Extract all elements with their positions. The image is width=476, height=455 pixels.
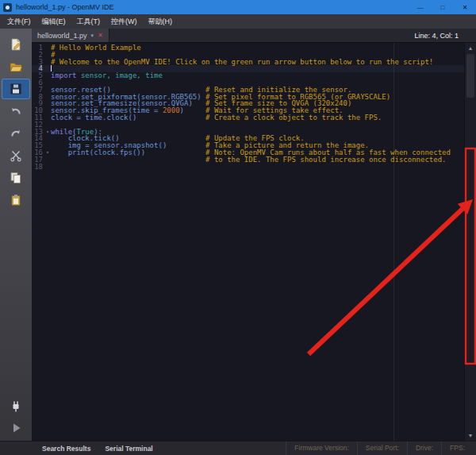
app-icon <box>3 3 12 12</box>
tab-dropdown-icon[interactable]: ▾ <box>91 33 94 39</box>
code-text: import sensor, image, time <box>51 72 163 79</box>
minimize-button[interactable]: — <box>409 0 432 14</box>
redo-icon[interactable] <box>2 123 30 144</box>
fold-gutter <box>44 44 51 52</box>
new-file-icon[interactable] <box>2 34 30 55</box>
text-caret <box>51 65 52 71</box>
code-text: # Hello World Example <box>51 44 141 52</box>
fold-gutter <box>44 65 51 72</box>
fold-gutter <box>44 114 51 121</box>
titlebar: helloworld_1.py - OpenMV IDE — □ ✕ <box>0 0 476 14</box>
tab-close-icon[interactable]: ✕ <box>98 32 103 39</box>
fold-gutter <box>44 94 51 101</box>
tabbar: helloworld_1.py ▾ ✕ Line: 4, Col: 1 <box>32 29 476 43</box>
status-field-3: Drive: <box>407 442 441 455</box>
status-field-2: Serial Port: <box>357 442 407 455</box>
run-icon[interactable] <box>2 418 30 438</box>
vertical-scrollbar[interactable]: ▲ ▼ <box>464 43 476 441</box>
fold-gutter <box>44 121 51 129</box>
openmv-ide-window: helloworld_1.py - OpenMV IDE — □ ✕ 文件(F)… <box>0 0 476 455</box>
fold-gutter <box>44 100 51 107</box>
fold-gutter <box>44 156 51 164</box>
scrollbar-thumb[interactable] <box>466 54 474 98</box>
statusbar: Search ResultsSerial Terminal Firmware V… <box>0 441 476 455</box>
fold-gutter <box>44 142 51 149</box>
cursor-position-status: Line: 4, Col: 1 <box>414 32 476 40</box>
tab-helloworld[interactable]: helloworld_1.py ▾ ✕ <box>32 29 109 42</box>
statusbar-fields: Firmware Version:Serial Port:Drive:FPS: <box>286 442 476 455</box>
fold-gutter <box>44 79 51 87</box>
cut-icon[interactable] <box>2 145 30 166</box>
undo-icon[interactable] <box>2 101 30 121</box>
fold-gutter <box>44 59 51 66</box>
fold-gutter <box>44 52 51 59</box>
sidebar-top-icons <box>0 33 32 211</box>
fold-gutter <box>44 72 51 79</box>
statusbar-panes: Search ResultsSerial Terminal <box>0 445 160 453</box>
fold-gutter <box>44 107 51 114</box>
code-editor[interactable]: 1# Hello World Example2#3# Welcome to th… <box>32 43 464 441</box>
paste-icon[interactable] <box>2 190 30 210</box>
code-text: # to the IDE. The FPS should increase on… <box>51 156 447 164</box>
status-pane-2[interactable]: Serial Terminal <box>98 445 159 453</box>
code-line[interactable]: 11clock = time.clock() # Create a clock … <box>32 114 464 121</box>
menu-item-2[interactable]: 编辑(E) <box>36 14 71 29</box>
close-button[interactable]: ✕ <box>454 0 476 14</box>
menu-item-1[interactable]: 文件(F) <box>2 14 36 29</box>
code-line[interactable]: 17 # to the IDE. The FPS should increase… <box>32 156 464 164</box>
code-line[interactable]: 3# Welcome to the OpenMV IDE! Click on t… <box>32 59 464 66</box>
code-area: 1# Hello World Example2#3# Welcome to th… <box>32 43 464 170</box>
code-text: # Welcome to the OpenMV IDE! Click on th… <box>51 59 433 66</box>
fold-gutter <box>44 87 51 94</box>
fold-gutter <box>44 135 51 142</box>
code-text: clock = time.clock() # Create a clock ob… <box>51 114 382 121</box>
scroll-down-icon[interactable]: ▼ <box>465 430 476 441</box>
tab-label: helloworld_1.py <box>37 32 87 40</box>
fold-gutter <box>44 164 51 171</box>
menubar-items: 文件(F)编辑(E)工具(T)控件(W)帮助(H) <box>0 14 476 29</box>
fold-marker-icon[interactable]: ▾ <box>44 149 51 156</box>
code-line[interactable]: 18 <box>32 164 464 171</box>
save-file-icon[interactable] <box>2 79 30 99</box>
status-pane-1[interactable]: Search Results <box>35 445 98 453</box>
line-number: 18 <box>32 164 44 171</box>
scroll-up-icon[interactable]: ▲ <box>465 43 476 53</box>
menu-item-5[interactable]: 帮助(H) <box>143 14 178 29</box>
sidebar-bottom-icons <box>0 395 32 439</box>
fold-marker-icon[interactable]: ▾ <box>44 129 51 136</box>
sidebar-toolbar <box>0 29 32 441</box>
window-title: helloworld_1.py - OpenMV IDE <box>16 3 409 11</box>
menu-item-3[interactable]: 工具(T) <box>71 14 106 29</box>
status-field-4: FPS: <box>441 442 473 455</box>
code-line[interactable]: 1# Hello World Example <box>32 44 464 52</box>
code-line[interactable]: 5import sensor, image, time <box>32 72 464 79</box>
maximize-button[interactable]: □ <box>432 0 454 14</box>
open-file-icon[interactable] <box>2 56 30 77</box>
menu-item-4[interactable]: 控件(W) <box>106 14 143 29</box>
connect-icon[interactable] <box>2 395 30 416</box>
status-field-1: Firmware Version: <box>286 442 357 455</box>
copy-icon[interactable] <box>2 168 30 188</box>
